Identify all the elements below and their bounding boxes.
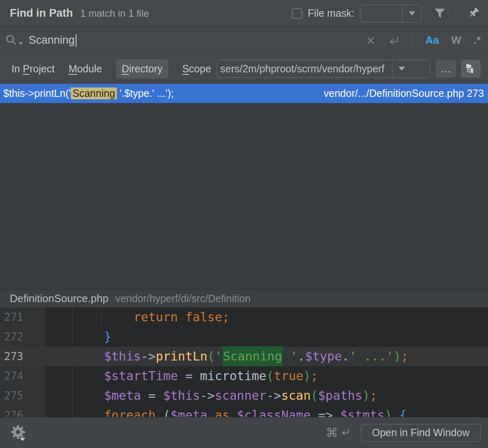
open-in-find-window-button[interactable]: Open in Find Window: [361, 424, 481, 442]
clear-search-button[interactable]: [365, 35, 376, 46]
code-line-275: 275 $meta = $this->scanner->scan($paths)…: [0, 386, 488, 405]
file-mask-dropdown-button[interactable]: [402, 5, 421, 22]
result-summary: 1 match in 1 file: [81, 8, 149, 19]
pin-icon: [465, 6, 481, 21]
scope-tab-in-project[interactable]: In Project: [11, 63, 55, 75]
regex-toggle[interactable]: .*: [474, 34, 481, 47]
chevron-down-icon: [398, 67, 405, 71]
settings-button[interactable]: [10, 424, 28, 442]
scope-tab-directory[interactable]: Directory: [116, 59, 168, 78]
project-tree-toggle-button[interactable]: [461, 60, 481, 78]
code-line-273: 273 $this->printLn('Scanning '.$type.' .…: [0, 347, 488, 366]
line-number: 275: [4, 386, 40, 405]
search-icon: [5, 34, 19, 47]
close-icon: [365, 35, 376, 46]
results-empty-area: [0, 103, 488, 289]
code-lines: 271 return false;272 }273 $this->printLn…: [0, 307, 488, 417]
result-location: vendor/.../DefinitionSource.php 273: [324, 87, 484, 99]
funnel-icon: [433, 7, 447, 20]
file-mask-checkbox[interactable]: [292, 8, 302, 19]
code-line-274: 274 $startTime = microtime(true);: [0, 366, 488, 386]
directory-path: sers/2m/phproot/scrm/vendor/hyperf: [217, 60, 392, 77]
dialog-title: Find in Path: [10, 7, 73, 20]
text-caret: [76, 34, 76, 47]
code-line-272: 272 }: [0, 327, 488, 347]
search-toolbar-divider: [411, 33, 412, 48]
code-preview-editor: 271 return false;272 }273 $this->printLn…: [0, 307, 488, 417]
code-line-271: 271 return false;: [0, 307, 488, 327]
find-in-path-dialog: Find in Path 1 match in 1 file File mask…: [0, 0, 488, 448]
toolbar-divider: [456, 6, 456, 21]
open-shortcut-hint: ⌘: [326, 426, 351, 440]
preview-filename: DefinitionSource.php: [10, 292, 108, 305]
search-input[interactable]: Scanning: [29, 34, 75, 47]
search-row: Scanning Aa W .*: [0, 27, 488, 54]
editor-match-highlight: Scanning: [222, 346, 283, 366]
chevron-down-icon: [409, 11, 415, 16]
directory-dropdown-button[interactable]: [392, 60, 411, 77]
result-match-highlight: Scanning: [71, 87, 116, 99]
line-number: 271: [4, 307, 40, 327]
title-bar: Find in Path 1 match in 1 file File mask…: [0, 0, 488, 27]
preview-file-header: DefinitionSource.php vendor/hyperf/di/sr…: [0, 289, 488, 307]
directory-combo[interactable]: sers/2m/phproot/scrm/vendor/hyperf: [217, 60, 430, 78]
browse-directory-button[interactable]: …: [436, 60, 456, 78]
file-mask-combo[interactable]: [360, 4, 421, 22]
folder-tree-icon: [465, 63, 477, 75]
line-number: 276: [4, 405, 40, 417]
chevron-down-icon: [20, 438, 25, 441]
search-history-button[interactable]: [5, 32, 25, 49]
file-mask-label: File mask:: [308, 7, 354, 19]
pin-window-button[interactable]: [465, 6, 481, 21]
scope-tab-scope[interactable]: Scope: [182, 63, 211, 75]
new-line-button[interactable]: [387, 34, 401, 47]
search-result-row[interactable]: $this->printLn('Scanning '.$type.' ...')…: [0, 84, 488, 103]
preview-filepath: vendor/hyperf/di/src/Definition: [115, 293, 251, 305]
scope-row: In ProjectModuleDirectoryScope sers/2m/p…: [0, 54, 488, 84]
command-key-icon: ⌘: [326, 426, 338, 440]
code-line-276: 276 foreach ($meta as $className => $stm…: [0, 405, 488, 417]
filter-options-button[interactable]: [433, 7, 447, 20]
line-number: 272: [4, 327, 40, 347]
match-case-toggle[interactable]: Aa: [425, 34, 439, 47]
scope-tab-module[interactable]: Module: [69, 63, 102, 75]
scope-tabs: In ProjectModuleDirectoryScope: [11, 59, 211, 78]
bottom-bar: ⌘ Open in Find Window: [0, 417, 488, 448]
chevron-down-icon: [18, 42, 23, 45]
file-mask-value: [360, 5, 402, 22]
words-toggle[interactable]: W: [451, 34, 461, 47]
line-number: 274: [4, 366, 40, 386]
newline-icon: [387, 34, 401, 47]
result-code-line: $this->printLn('Scanning '.$type.' ...')…: [3, 87, 324, 99]
return-key-icon: [339, 427, 351, 439]
line-number: 273: [4, 347, 40, 366]
